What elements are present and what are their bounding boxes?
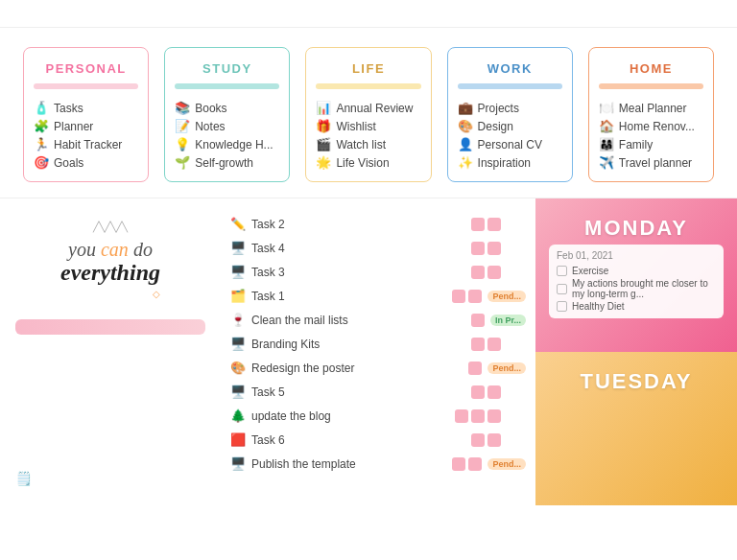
tag [487,385,501,399]
item-emoji-icon: 🏃 [34,137,49,152]
item-emoji-icon: 💼 [458,101,473,115]
middle-panel: ✏️Task 2🖥️Task 4🖥️Task 3🗂️Task 1Pend...🍷… [221,198,535,505]
list-item[interactable]: 🧴Tasks [34,99,138,117]
task-tags [471,218,501,231]
task-icon: 🎨 [230,361,246,375]
item-emoji-icon: ✈️ [599,155,614,170]
tag [487,266,501,279]
table-row[interactable]: 🖥️Publish the templatePend... [228,454,528,474]
day-check-item[interactable]: My actions brought me closer to my long-… [557,277,716,300]
task-name: Branding Kits [251,338,465,351]
table-row[interactable]: 🎨Redesign the posterPend... [228,358,528,378]
category-card-home[interactable]: HOME🍽️Meal Planner🏠Home Renov...👨‍👩‍👧Fam… [588,47,714,182]
day-check-item[interactable]: Exercise [557,265,716,277]
category-title-home: HOME [599,56,703,83]
list-item[interactable]: 💡Knowledge H... [175,135,279,153]
day-card-monday: MONDAYFeb 01, 2021ExerciseMy actions bro… [535,198,737,352]
item-label: Knowledge H... [195,138,273,152]
list-item[interactable]: 📚Books [175,99,279,117]
list-item[interactable]: 👤Personal CV [458,135,562,153]
table-row[interactable]: 🌲update the blog [228,406,528,426]
table-row[interactable]: 🗂️Task 1Pend... [228,286,528,306]
checkbox[interactable] [557,301,567,312]
category-cards: PERSONAL🧴Tasks🧩Planner🏃Habit Tracker🎯Goa… [23,47,714,182]
table-row[interactable]: 🖥️Task 4 [228,238,528,258]
item-label: Watch list [336,138,386,152]
category-divider-personal [34,83,138,89]
table-row[interactable]: 🟥Task 6 [228,430,528,450]
tag [471,338,485,351]
tag [471,433,485,447]
category-divider-work [458,83,562,89]
item-label: Travel planner [619,156,692,170]
item-label: Tasks [54,102,83,115]
day-date: Feb 01, 2021 [557,250,716,261]
task-icon: 🍷 [230,313,246,327]
task-name: Task 2 [251,218,465,231]
category-card-study[interactable]: STUDY📚Books📝Notes💡Knowledge H...🌱Self-gr… [164,47,290,182]
item-label: Wishlist [336,120,375,133]
item-emoji-icon: 📊 [316,101,331,115]
list-item[interactable]: 🍽️Meal Planner [599,99,703,117]
list-item[interactable]: ✈️Travel planner [599,153,703,172]
list-item[interactable]: 🎁Wishlist [316,117,420,135]
publish-template-item[interactable]: 🗒️ [15,463,205,486]
task-icon: 🖥️ [230,385,246,399]
checkbox[interactable] [557,284,567,294]
day-name-tuesday: TUESDAY [549,362,724,398]
tag [487,242,501,255]
category-card-work[interactable]: WORK💼Projects🎨Design👤Personal CV✨Inspira… [447,47,573,182]
tag [471,242,485,255]
item-emoji-icon: 🌱 [175,155,190,170]
task-tags [452,457,482,471]
category-title-personal: PERSONAL [34,56,138,83]
task-icon: 🟥 [230,432,246,447]
category-title-life: LIFE [316,56,420,83]
task-tags [471,385,501,399]
checkbox[interactable] [557,266,567,276]
day-check-item[interactable]: Healthy Diet [557,300,716,313]
item-emoji-icon: 👤 [458,137,473,152]
item-label: Life Vision [336,156,389,170]
category-card-life[interactable]: LIFE📊Annual Review🎁Wishlist🎬Watch list🌟L… [305,47,431,182]
list-item[interactable]: 🌟Life Vision [316,153,420,172]
item-emoji-icon: 💡 [175,137,190,152]
task-tags [468,362,482,375]
list-item[interactable]: 👨‍👩‍👧Family [599,135,703,153]
table-row[interactable]: 🖥️Branding Kits [228,334,528,354]
list-item[interactable]: 🎯Goals [34,153,138,172]
motivational-image: ╱╲╱╲╱╲ you can do everything ◇ [15,218,205,304]
list-item[interactable]: 📝Notes [175,117,279,135]
category-title-study: STUDY [175,56,279,83]
status-badge: Pend... [487,291,526,302]
item-label: Goals [54,156,83,170]
list-item[interactable]: 💼Projects [458,99,562,117]
list-item[interactable]: 🧩Planner [34,117,138,135]
list-item[interactable]: 🎬Watch list [316,135,420,153]
item-label: Notes [195,120,225,133]
item-emoji-icon: 🎨 [458,119,473,133]
table-row[interactable]: 🖥️Task 3 [228,262,528,282]
tag [487,218,501,231]
table-row[interactable]: 🖥️Task 5 [228,382,528,402]
task-icon: 🖥️ [230,456,246,471]
list-item[interactable]: 🎨Design [458,117,562,135]
table-row[interactable]: 🍷Clean the mail listsIn Pr... [228,310,528,330]
task-tags [471,314,485,327]
list-item[interactable]: 📊Annual Review [316,99,420,117]
task-name: update the blog [251,409,449,423]
list-item[interactable]: 🌱Self-growth [175,153,279,172]
table-row[interactable]: ✏️Task 2 [228,214,528,234]
task-name: Task 1 [251,290,446,303]
list-item[interactable]: ✨Inspiration [458,153,562,172]
item-emoji-icon: 🍽️ [599,101,614,115]
tag [471,409,485,423]
category-card-personal[interactable]: PERSONAL🧴Tasks🧩Planner🏃Habit Tracker🎯Goa… [23,47,149,182]
check-label: Healthy Diet [572,301,624,312]
item-emoji-icon: ✨ [458,155,473,170]
item-label: Books [195,102,226,115]
list-item[interactable]: 🏃Habit Tracker [34,135,138,153]
task-icon: 🗂️ [230,289,246,303]
category-title-work: WORK [458,56,562,83]
list-item[interactable]: 🏠Home Renov... [599,117,703,135]
